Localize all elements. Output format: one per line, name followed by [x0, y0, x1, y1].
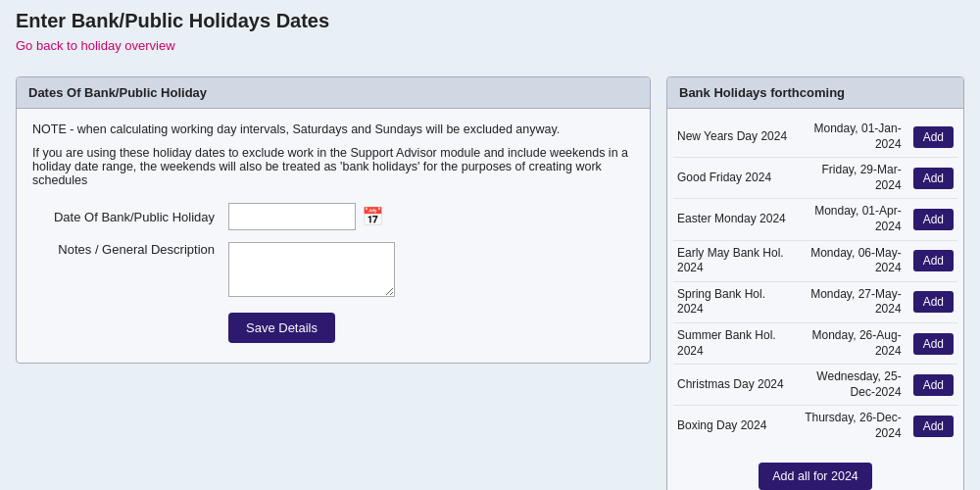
notes-textarea[interactable]: [228, 242, 395, 297]
holiday-name: Easter Monday 2024: [677, 212, 795, 227]
holiday-date: Monday, 06-May-2024: [799, 246, 909, 276]
add-holiday-button[interactable]: Add: [913, 126, 954, 148]
date-input-wrapper: 📅: [228, 203, 383, 230]
add-holiday-button[interactable]: Add: [913, 209, 954, 230]
form-panel: Dates Of Bank/Public Holiday NOTE - when…: [16, 76, 651, 364]
holidays-panel-title: Bank Holidays forthcoming: [667, 77, 963, 109]
back-link[interactable]: Go back to holiday overview: [16, 38, 175, 53]
holiday-name: Christmas Day 2024: [677, 377, 795, 393]
info-text: If you are using these holiday dates to …: [32, 146, 634, 187]
holiday-name: Boxing Day 2024: [677, 418, 795, 434]
holiday-row: Spring Bank Hol. 2024Monday, 27-May-2024…: [673, 282, 957, 323]
note-text: NOTE - when calculating working day inte…: [32, 122, 634, 136]
holiday-row: New Years Day 2024Monday, 01-Jan-2024Add: [673, 117, 957, 158]
holiday-date: Monday, 01-Jan-2024: [799, 122, 909, 152]
holiday-name: Good Friday 2024: [677, 171, 795, 186]
add-holiday-button[interactable]: Add: [913, 374, 954, 396]
add-holiday-button[interactable]: Add: [913, 333, 954, 355]
date-input[interactable]: [228, 203, 356, 230]
add-all-button[interactable]: Add all for 2024: [759, 463, 872, 490]
holiday-row: Christmas Day 2024Wednesday, 25-Dec-2024…: [673, 365, 957, 406]
holiday-row: Boxing Day 2024Thursday, 26-Dec-2024Add: [673, 406, 957, 446]
notes-label: Notes / General Description: [32, 242, 228, 257]
holiday-row: Good Friday 2024Friday, 29-Mar-2024Add: [673, 158, 957, 199]
holiday-list: New Years Day 2024Monday, 01-Jan-2024Add…: [667, 109, 963, 455]
add-holiday-button[interactable]: Add: [913, 416, 954, 437]
date-row: Date Of Bank/Public Holiday 📅: [32, 203, 634, 230]
date-label: Date Of Bank/Public Holiday: [32, 210, 228, 224]
holiday-name: New Years Day 2024: [677, 129, 795, 145]
add-holiday-button[interactable]: Add: [913, 250, 954, 271]
holiday-date: Thursday, 26-Dec-2024: [799, 411, 909, 441]
holiday-date: Wednesday, 25-Dec-2024: [799, 369, 909, 400]
holiday-date: Monday, 01-Apr-2024: [799, 204, 909, 234]
holiday-row: Summer Bank Hol. 2024Monday, 26-Aug-2024…: [673, 323, 957, 365]
holiday-date: Friday, 29-Mar-2024: [799, 163, 909, 193]
holiday-name: Spring Bank Hol. 2024: [677, 287, 795, 318]
holiday-date: Monday, 27-May-2024: [799, 287, 909, 318]
add-holiday-button[interactable]: Add: [913, 168, 954, 189]
calendar-icon[interactable]: 📅: [362, 208, 383, 225]
holiday-name: Summer Bank Hol. 2024: [677, 328, 795, 359]
form-panel-title: Dates Of Bank/Public Holiday: [17, 77, 650, 109]
holidays-panel: Bank Holidays forthcoming New Years Day …: [666, 76, 964, 490]
notes-row: Notes / General Description: [32, 242, 634, 297]
add-holiday-button[interactable]: Add: [913, 291, 954, 313]
holiday-name: Early May Bank Hol. 2024: [677, 246, 795, 276]
holiday-row: Easter Monday 2024Monday, 01-Apr-2024Add: [673, 199, 957, 240]
save-button[interactable]: Save Details: [228, 313, 335, 343]
holiday-date: Monday, 26-Aug-2024: [799, 328, 909, 359]
holiday-row: Early May Bank Hol. 2024Monday, 06-May-2…: [673, 241, 957, 282]
page-title: Enter Bank/Public Holidays Dates: [16, 10, 964, 32]
